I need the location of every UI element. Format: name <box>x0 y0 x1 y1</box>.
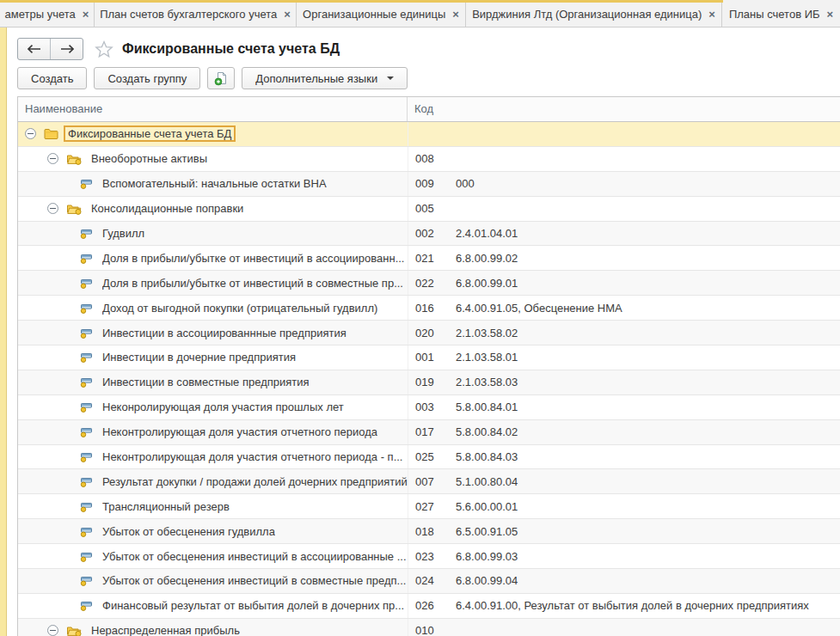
table-row[interactable]: Инвестиции в совместные предприятия0192.… <box>18 370 840 395</box>
account-item-icon <box>80 352 93 363</box>
account-item-icon <box>80 575 93 586</box>
table-row[interactable]: Убыток от обесценения инвестиций в совме… <box>18 569 840 594</box>
account-item-icon <box>80 303 93 314</box>
app: { "window": { "tab_close_glyph": "×", "t… <box>0 0 840 636</box>
tab-2[interactable]: План счетов бухгалтерского учета× <box>95 0 297 27</box>
table-row[interactable]: Фиксированные счета учета БД <box>18 122 840 147</box>
accounts-cell: 6.5.00.91.05 <box>448 525 840 538</box>
row-name-label: Трансляционный резерв <box>102 500 230 513</box>
table-row[interactable]: Инвестиции в дочерние предприятия0012.1.… <box>18 346 840 370</box>
favorite-button[interactable] <box>95 40 113 58</box>
accounts-cell: 6.8.00.99.03 <box>448 550 840 563</box>
name-cell: Консолидационные поправки <box>18 202 408 215</box>
row-name-label: Инвестиции в дочерние предприятия <box>102 351 296 364</box>
accounts-cell: 2.1.03.58.01 <box>448 351 840 364</box>
name-cell: Неконролирующая доля участия прошлых лет <box>18 401 408 413</box>
row-name-label: Доля в прибыли/убытке от инвестиций в ас… <box>102 252 404 265</box>
collapse-icon[interactable] <box>47 203 58 214</box>
account-item-icon <box>80 551 93 562</box>
create-button[interactable]: Создать <box>17 67 87 89</box>
table-row[interactable]: Неконролирующая доля участия прошлых лет… <box>18 395 840 420</box>
table-row[interactable]: Неконтролирующая доля участия отчетного … <box>18 445 840 470</box>
code-cell: 023 <box>408 544 448 568</box>
close-icon[interactable]: × <box>284 9 291 20</box>
table-row[interactable]: Финансовый результат от выбытия долей в … <box>18 594 840 619</box>
name-cell: Доля в прибыли/убытке от инвестиций в ас… <box>18 252 408 265</box>
name-cell: Внеоборотные активы <box>18 152 408 165</box>
code-cell: 007 <box>408 469 448 493</box>
table-row[interactable]: Инвестиции в ассоциированнные предприяти… <box>18 321 840 346</box>
table-row[interactable]: Доля в прибыли/убытке от инвестиций в ас… <box>18 246 840 271</box>
table-row[interactable]: Гудвилл0022.4.01.04.01 <box>18 222 840 247</box>
code-cell: 018 <box>408 519 448 543</box>
table-row[interactable]: Убыток от обесценения инвестиций в ассоц… <box>18 544 840 569</box>
accounts-cell: 5.8.00.84.01 <box>448 401 840 413</box>
table-row[interactable]: Внеоборотные активы008 <box>18 147 840 172</box>
row-name-label: Гудвилл <box>102 227 144 240</box>
account-item-icon <box>80 476 93 487</box>
back-button[interactable] <box>18 39 50 59</box>
tab-3[interactable]: Организационные единицы× <box>297 0 466 27</box>
accounts-cell: 2.1.03.58.03 <box>448 376 840 388</box>
tab-label: План счетов бухгалтерского учета <box>100 8 277 21</box>
additional-languages-button[interactable]: Дополнительные языки <box>242 67 408 89</box>
name-cell: Неконтролирующая доля участия отчетного … <box>18 425 408 438</box>
accounts-cell: 5.1.00.80.04 <box>448 475 840 488</box>
table-row[interactable]: Консолидационные поправки005 <box>18 197 840 222</box>
row-name-label: Внеоборотные активы <box>91 152 207 165</box>
star-icon <box>95 40 113 58</box>
create-by-copy-button[interactable] <box>207 67 235 89</box>
name-cell: Доход от выгодной покупки (отрицательный… <box>18 302 408 315</box>
arrow-left-icon <box>28 45 41 53</box>
tab-label: Организационные единицы <box>303 8 445 21</box>
close-icon[interactable]: × <box>708 9 715 20</box>
left-accent-strip <box>0 28 7 636</box>
accounts-cell: 000 <box>448 177 840 190</box>
tab-label: аметры учета <box>5 8 76 21</box>
table-row[interactable]: Доход от выгодной покупки (отрицательный… <box>18 296 840 321</box>
table-row[interactable]: Убыток от обесценения гудвилла0186.5.00.… <box>18 519 840 544</box>
tab-5[interactable]: Планы счетов ИБ× <box>722 0 840 27</box>
close-icon[interactable]: × <box>827 9 834 20</box>
forward-button[interactable] <box>50 39 83 59</box>
history-nav <box>17 38 83 60</box>
table-row[interactable]: Нераспределенная прибыль010 <box>18 619 840 636</box>
create-group-button[interactable]: Создать группу <box>94 67 200 89</box>
code-cell: 003 <box>408 395 448 419</box>
collapse-icon[interactable] <box>25 128 36 139</box>
account-item-icon <box>80 178 93 189</box>
tab-1[interactable]: аметры учета× <box>0 0 95 27</box>
name-cell: Вспомогательный: начальные остатки ВНА <box>18 177 408 190</box>
column-header-name[interactable]: Наименование <box>18 97 408 121</box>
account-item-icon <box>80 526 93 537</box>
folder-group-icon <box>66 624 82 636</box>
row-name-label: Доход от выгодной покупки (отрицательный… <box>102 302 377 315</box>
table-row[interactable]: Доля в прибыли/убытке от инвестиций в со… <box>18 271 840 296</box>
collapse-icon[interactable] <box>47 625 58 636</box>
code-cell: 005 <box>408 197 448 221</box>
column-header-code[interactable]: Код <box>408 97 840 121</box>
row-name-label: Убыток от обесценения гудвилла <box>102 525 275 538</box>
accounts-cell: 2.1.03.58.02 <box>448 327 840 339</box>
code-cell: 020 <box>408 321 448 345</box>
tab-label: Планы счетов ИБ <box>729 8 820 21</box>
close-icon[interactable]: × <box>452 9 459 20</box>
row-name-label: Финансовый результат от выбытия долей в … <box>102 599 404 612</box>
accounts-cell: 5.8.00.84.03 <box>448 450 840 463</box>
account-item-icon <box>80 501 93 512</box>
name-cell: Результат докупки / продажи долей дочерн… <box>18 475 408 488</box>
tab-4[interactable]: Вирджиния Лтд (Организационная единица)× <box>466 0 722 27</box>
table-row[interactable]: Вспомогательный: начальные остатки ВНА00… <box>18 172 840 197</box>
row-name-label: Инвестиции в ассоциированнные предприяти… <box>102 327 346 339</box>
table-row[interactable]: Трансляционный резерв0275.6.00.00.01 <box>18 494 840 519</box>
accounts-cell: 5.6.00.00.01 <box>448 500 840 513</box>
accounts-cell: 6.4.00.91.05, Обесценение НМА <box>448 302 840 315</box>
name-cell: Убыток от обесценения инвестиций в совме… <box>18 574 408 587</box>
collapse-icon[interactable] <box>47 153 58 164</box>
table-row[interactable]: Неконтролирующая доля участия отчетного … <box>18 420 840 445</box>
close-icon[interactable]: × <box>83 9 89 20</box>
row-name-label: Вспомогательный: начальные остатки ВНА <box>102 177 327 190</box>
accounts-cell: 5.8.00.84.02 <box>448 425 840 438</box>
table-row[interactable]: Результат докупки / продажи долей дочерн… <box>18 469 840 494</box>
name-cell: Инвестиции в ассоциированнные предприяти… <box>18 327 408 339</box>
